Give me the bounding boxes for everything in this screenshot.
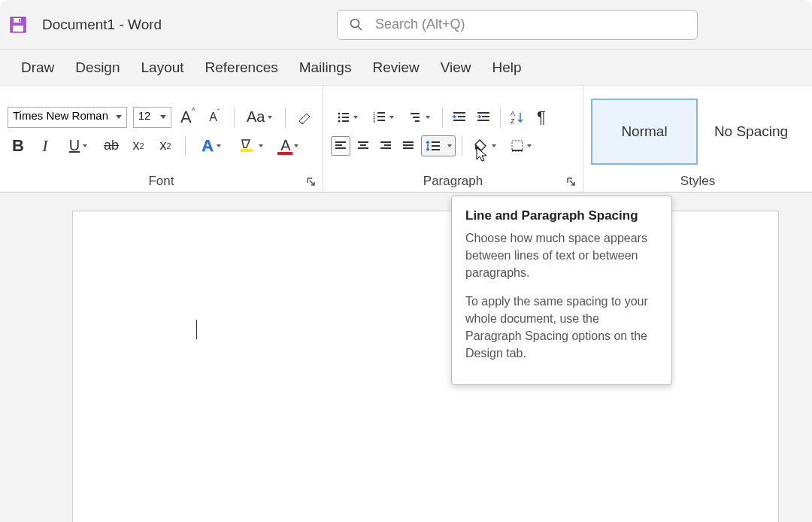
menu-design[interactable]: Design — [75, 59, 120, 76]
svg-rect-35 — [360, 144, 366, 146]
svg-rect-11 — [342, 117, 349, 118]
svg-rect-17 — [377, 116, 385, 117]
bold-button[interactable]: B — [8, 135, 29, 156]
svg-rect-26 — [477, 112, 489, 114]
multilevel-list-button[interactable] — [403, 107, 436, 128]
svg-rect-15 — [377, 112, 385, 114]
bullets-button[interactable] — [331, 107, 364, 128]
search-box[interactable]: Search (Alt+Q) — [337, 10, 698, 40]
separator — [462, 136, 462, 156]
show-hide-marks-button[interactable]: ¶ — [531, 107, 552, 128]
numbering-button[interactable]: 123 — [367, 107, 400, 128]
tooltip-title: Line and Paragraph Spacing — [465, 208, 658, 223]
separator — [500, 108, 501, 127]
superscript-button[interactable]: x2 — [155, 135, 176, 156]
document-page[interactable] — [72, 211, 779, 522]
style-no-spacing[interactable]: No Spacing — [698, 99, 804, 165]
font-group: Times New Roman 12 A^ Aˇ Aa B I U ab x2 … — [0, 86, 323, 192]
font-name-select[interactable]: Times New Roman — [8, 107, 127, 128]
svg-rect-9 — [342, 113, 349, 114]
svg-point-8 — [338, 112, 341, 114]
document-title: Document1 - Word — [42, 17, 162, 33]
svg-rect-32 — [335, 144, 342, 146]
menu-layout[interactable]: Layout — [141, 59, 184, 76]
svg-rect-23 — [453, 112, 465, 114]
svg-rect-21 — [413, 117, 420, 118]
align-left-button[interactable] — [331, 136, 350, 156]
align-center-button[interactable] — [353, 136, 373, 156]
styles-group: Normal No Spacing Styles — [583, 86, 812, 192]
font-group-label: Font — [8, 171, 315, 189]
styles-group-label: Styles — [591, 171, 804, 189]
menu-mailings[interactable]: Mailings — [299, 59, 352, 76]
search-placeholder: Search (Alt+Q) — [375, 17, 465, 32]
menu-draw[interactable]: Draw — [21, 59, 54, 76]
svg-rect-2 — [13, 26, 23, 32]
sort-button[interactable]: AZ — [507, 107, 528, 128]
tooltip-p1: Choose how much space appears between li… — [465, 229, 658, 282]
change-case-button[interactable]: Aa — [244, 107, 276, 128]
svg-rect-6 — [241, 149, 253, 152]
separator — [185, 136, 186, 156]
separator — [234, 108, 235, 127]
svg-rect-38 — [384, 144, 391, 146]
svg-rect-47 — [512, 150, 523, 151]
line-spacing-dropdown[interactable] — [444, 136, 455, 156]
save-icon[interactable] — [9, 16, 27, 34]
underline-button[interactable]: U — [62, 135, 95, 156]
svg-rect-22 — [415, 120, 420, 122]
clear-formatting-icon[interactable] — [295, 107, 315, 128]
svg-rect-40 — [403, 141, 414, 143]
svg-point-12 — [338, 120, 341, 122]
svg-rect-43 — [432, 141, 440, 143]
menu-bar: Draw Design Layout References Mailings R… — [0, 50, 812, 86]
shading-button[interactable] — [468, 135, 501, 156]
svg-text:3: 3 — [373, 119, 376, 123]
font-dialog-launcher[interactable] — [306, 177, 317, 187]
svg-point-4 — [351, 19, 359, 27]
decrease-font-icon[interactable]: Aˇ — [204, 107, 224, 128]
ribbon: Times New Roman 12 A^ Aˇ Aa B I U ab x2 … — [0, 86, 812, 193]
font-size-select[interactable]: 12 — [133, 107, 171, 128]
menu-view[interactable]: View — [441, 59, 471, 76]
title-bar: Document1 - Word Search (Alt+Q) — [0, 0, 812, 50]
increase-font-icon[interactable]: A^ — [177, 107, 198, 128]
justify-button[interactable] — [398, 136, 418, 156]
svg-line-5 — [358, 26, 362, 30]
svg-rect-3 — [19, 19, 20, 22]
menu-references[interactable]: References — [205, 59, 278, 76]
tooltip-p2: To apply the same spacing to your whole … — [465, 293, 658, 363]
text-effects-button[interactable]: A — [195, 135, 228, 156]
separator — [285, 108, 286, 127]
tooltip-line-spacing: Line and Paragraph Spacing Choose how mu… — [451, 196, 672, 385]
paragraph-dialog-launcher[interactable] — [566, 177, 577, 187]
svg-rect-33 — [335, 147, 346, 149]
line-spacing-button[interactable] — [421, 135, 456, 156]
menu-review[interactable]: Review — [372, 59, 419, 76]
svg-rect-7 — [277, 152, 292, 155]
svg-text:Z: Z — [511, 117, 515, 125]
decrease-indent-button[interactable] — [449, 107, 470, 128]
align-right-button[interactable] — [376, 136, 395, 156]
svg-rect-13 — [342, 120, 349, 122]
svg-rect-24 — [458, 116, 465, 117]
svg-rect-41 — [403, 144, 414, 146]
svg-rect-31 — [335, 141, 346, 143]
menu-help[interactable]: Help — [492, 59, 522, 76]
svg-rect-19 — [377, 120, 385, 121]
italic-button[interactable]: I — [35, 135, 56, 156]
subscript-button[interactable]: x2 — [128, 135, 149, 156]
svg-rect-34 — [358, 141, 368, 143]
search-icon — [350, 18, 363, 32]
borders-button[interactable] — [504, 135, 538, 156]
svg-rect-46 — [512, 141, 523, 151]
document-canvas-area — [0, 193, 812, 522]
font-color-button[interactable]: A — [273, 135, 306, 156]
highlight-button[interactable] — [234, 135, 267, 156]
svg-rect-27 — [482, 116, 489, 117]
increase-indent-button[interactable] — [473, 107, 494, 128]
svg-rect-28 — [477, 120, 489, 121]
strikethrough-button[interactable]: ab — [101, 135, 122, 156]
style-normal[interactable]: Normal — [591, 99, 698, 165]
tooltip-body: Choose how much space appears between li… — [465, 229, 658, 362]
